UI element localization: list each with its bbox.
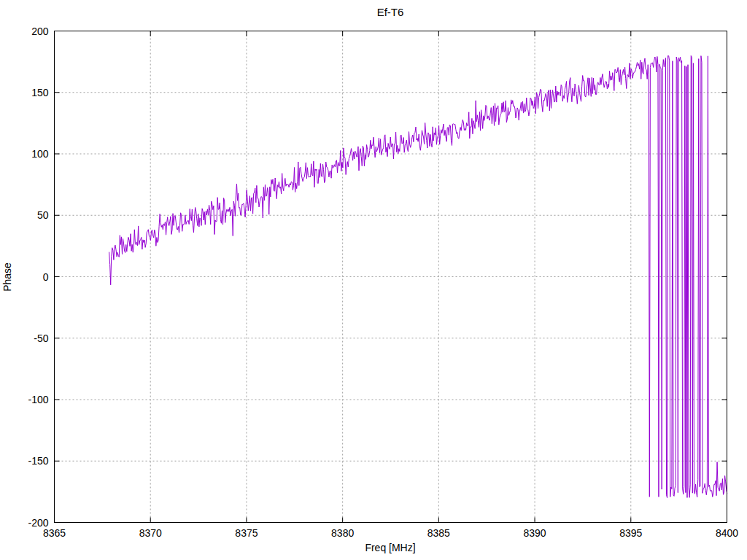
x-tick-label: 8375 <box>235 527 258 539</box>
y-tick-label: 200 <box>31 26 49 37</box>
x-tick-label: 8365 <box>43 527 66 539</box>
y-tick-labels: -200-150-100-50050100150200 <box>28 26 48 529</box>
y-tick-label: -200 <box>28 517 48 529</box>
x-tick-label: 8380 <box>331 527 354 539</box>
y-axis-label: Phase <box>1 262 13 292</box>
grid-lines <box>55 31 727 523</box>
chart-title: Ef-T6 <box>377 6 404 18</box>
y-tick-label: 150 <box>31 87 49 98</box>
x-tick-label: 8390 <box>523 527 546 539</box>
y-tick-label: -50 <box>34 332 48 344</box>
x-tick-labels: 83658370837583808385839083958400 <box>43 527 738 539</box>
x-tick-label: 8395 <box>619 527 642 539</box>
phase-vs-frequency-plot: 83658370837583808385839083958400 -200-15… <box>0 0 747 560</box>
y-tick-label: 100 <box>31 148 49 160</box>
x-axis-label: Freq [MHz] <box>365 542 415 553</box>
gnuplot-figure: 83658370837583808385839083958400 -200-15… <box>0 0 747 560</box>
y-tick-label: -150 <box>28 455 48 467</box>
x-tick-label: 8385 <box>427 527 450 539</box>
x-tick-label: 8370 <box>139 527 162 539</box>
y-tick-label: 50 <box>37 209 49 221</box>
y-tick-label: 0 <box>43 271 49 283</box>
x-tick-label: 8400 <box>716 527 738 539</box>
y-tick-label: -100 <box>28 394 48 405</box>
